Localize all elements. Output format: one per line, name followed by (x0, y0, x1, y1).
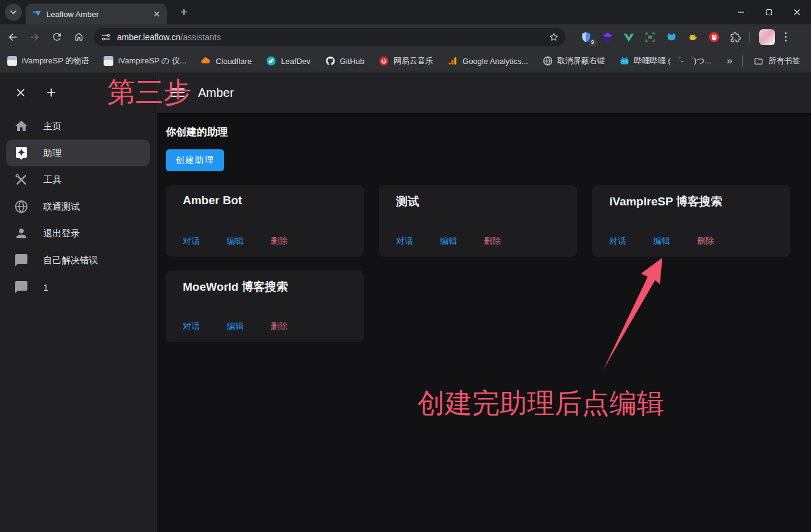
cloudflare-icon (201, 56, 211, 66)
sidebar-item-label: 1 (43, 282, 48, 293)
bookmark-label: 网易云音乐 (394, 55, 433, 66)
app-header: Amber (157, 73, 811, 113)
forward-icon (29, 31, 41, 43)
assistant-card: MoeWorld 博客搜索 对话 编辑 删除 (166, 271, 364, 342)
site-settings-icon (101, 32, 111, 42)
sidebar-item-label: 助理 (43, 147, 62, 159)
extension-adguard[interactable] (705, 28, 723, 46)
edit-link[interactable]: 编辑 (227, 236, 244, 247)
google-analytics-icon (448, 56, 458, 66)
sidebar-item-label: 自己解决错误 (43, 255, 98, 266)
extension-layers[interactable] (598, 28, 617, 46)
assistant-card: 测试 对话 编辑 删除 (379, 185, 577, 257)
layers-icon (601, 31, 614, 43)
person-icon (14, 226, 29, 241)
bookmark-star-icon[interactable] (548, 32, 559, 43)
page-title: 你创建的助理 (166, 125, 811, 139)
bookmark-google-analytics[interactable]: Google Analytics... (441, 52, 536, 69)
browser-menu-button[interactable] (776, 32, 795, 41)
delete-link[interactable]: 删除 (697, 236, 714, 247)
sidebar-item-tools[interactable]: 工具 (6, 166, 150, 193)
url-path: /assistants (180, 32, 221, 42)
home-icon (14, 119, 29, 133)
avatar (759, 29, 775, 45)
bookmarks-overflow-button[interactable]: » (721, 55, 738, 67)
bookmark-label: LeafDev (281, 57, 310, 66)
new-tab-button[interactable]: + (175, 4, 193, 21)
url-text[interactable]: amber.leaflow.cn/assistants (117, 32, 548, 42)
chat-link[interactable]: 对话 (183, 236, 200, 247)
all-bookmarks-button[interactable]: 所有书签 (746, 52, 807, 69)
chat-link[interactable]: 对话 (609, 236, 626, 247)
bilibili-icon (620, 56, 629, 66)
reload-button[interactable] (48, 28, 66, 46)
edit-link[interactable]: 编辑 (653, 236, 670, 247)
yellow-cat-icon (687, 31, 699, 43)
bookmark-github[interactable]: GitHub (318, 52, 372, 69)
sidebar-item-connectivity-test[interactable]: 联通测试 (6, 193, 150, 220)
extension-vue-devtools[interactable] (620, 28, 638, 46)
delete-link[interactable]: 删除 (484, 236, 501, 247)
leaflow-favicon (32, 9, 41, 19)
bookmark-bilibili[interactable]: 哔哩哔哩 ( ゜- ゜)つ... (612, 52, 719, 69)
bookmark-label: iVampireSP 的物语 (22, 55, 89, 66)
extensions-row: 9 (574, 28, 745, 46)
bookmark-label: iVampireSP の 仪... (118, 55, 186, 66)
puzzle-icon (729, 31, 742, 43)
tab-close-icon[interactable]: ✕ (151, 9, 162, 20)
bookmark-label: 取消屏蔽右键 (558, 55, 605, 66)
extension-yellow-cat[interactable] (684, 28, 702, 46)
address-bar[interactable]: amber.leaflow.cn/assistants (94, 28, 565, 46)
sidebar: 主页 助理 工具 联通测试 退出登录 自己解决错误 1 (0, 73, 157, 532)
forward-button[interactable] (26, 28, 44, 46)
bookmarks-bar: iVampireSP 的物语 iVampireSP の 仪... Cloudfl… (0, 49, 811, 73)
netease-music-icon (379, 56, 389, 66)
edit-link[interactable]: 编辑 (227, 321, 244, 332)
window-close-button[interactable] (783, 0, 811, 24)
app-title: Amber (198, 86, 234, 100)
extension-shield[interactable]: 9 (577, 28, 595, 46)
chat-link[interactable]: 对话 (396, 236, 413, 247)
create-assistant-button[interactable]: 创建助理 (166, 149, 224, 171)
window-minimize-button[interactable] (727, 0, 755, 24)
tab-search-button[interactable] (5, 4, 22, 21)
bookmark-label: Google Analytics... (462, 57, 528, 66)
browser-toolbar: amber.leaflow.cn/assistants 9 (0, 24, 811, 49)
minimize-icon (737, 9, 745, 16)
vue-icon (623, 31, 635, 43)
bookmark-ivampiresp-blog[interactable]: iVampireSP 的物语 (0, 52, 96, 69)
bookmark-ivampiresp-2[interactable]: iVampireSP の 仪... (96, 52, 194, 69)
back-button[interactable] (4, 28, 22, 46)
extension-screenshot[interactable] (641, 28, 659, 46)
profile-avatar[interactable] (758, 28, 776, 46)
browser-tab[interactable]: Leaflow Amber ✕ (26, 4, 167, 24)
bookmark-unblock-rightclick[interactable]: 取消屏蔽右键 (536, 52, 612, 69)
bookmark-cloudflare[interactable]: Cloudflare (194, 52, 259, 69)
sidebar-item-assistants[interactable]: 助理 (6, 140, 150, 166)
card-title: iVampireSP 博客搜索 (609, 194, 773, 210)
delete-link[interactable]: 删除 (271, 236, 288, 247)
chat-link[interactable]: 对话 (183, 321, 200, 332)
sidebar-item-label: 退出登录 (43, 228, 80, 239)
edit-link[interactable]: 编辑 (440, 236, 457, 247)
sidebar-item-logout[interactable]: 退出登录 (6, 220, 150, 247)
sidebar-item-home[interactable]: 主页 (6, 113, 150, 140)
sidebar-add-button[interactable] (44, 85, 58, 100)
bookmark-netease-music[interactable]: 网易云音乐 (372, 52, 441, 69)
extensions-menu-button[interactable] (726, 28, 745, 46)
delete-link[interactable]: 删除 (271, 321, 288, 332)
window-maximize-button[interactable] (755, 0, 783, 24)
home-button[interactable] (69, 28, 88, 46)
sidebar-item-chat-2[interactable]: 1 (6, 274, 150, 300)
extension-cat-catch[interactable] (662, 28, 681, 46)
all-bookmarks-label: 所有书签 (768, 55, 800, 66)
sidebar-item-chat-1[interactable]: 自己解决错误 (6, 247, 150, 274)
stop-hand-icon (708, 31, 720, 43)
card-title: Amber Bot (183, 194, 347, 207)
bookmark-leafdev[interactable]: LeafDev (259, 52, 317, 69)
home-icon (73, 31, 85, 43)
menu-icon[interactable] (170, 85, 185, 100)
sidebar-close-button[interactable] (13, 85, 28, 100)
chevron-down-icon (10, 9, 17, 16)
bookmark-label: Cloudflare (216, 57, 252, 66)
